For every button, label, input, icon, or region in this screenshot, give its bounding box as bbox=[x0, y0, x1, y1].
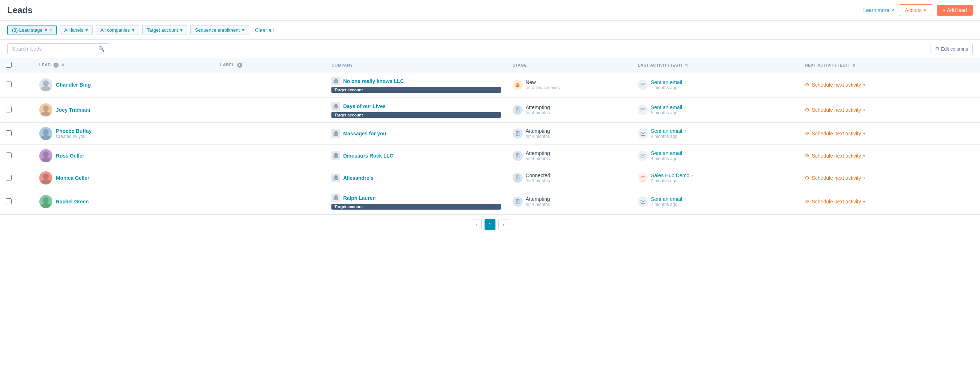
row-checkbox-4[interactable] bbox=[6, 175, 12, 180]
company-name[interactable]: Massages for you bbox=[343, 130, 386, 137]
activity-time: 7 months ago bbox=[651, 85, 686, 90]
schedule-next-activity[interactable]: ⚙ Schedule next activity ▾ bbox=[805, 153, 974, 159]
company-name[interactable]: Days of our Lives bbox=[343, 103, 386, 109]
row-checkbox-0[interactable] bbox=[6, 81, 12, 87]
activity-name[interactable]: Sent an email ↗ bbox=[651, 105, 686, 110]
chevron-down-icon: ▾ bbox=[863, 176, 865, 180]
svg-point-43 bbox=[43, 197, 49, 203]
svg-point-5 bbox=[517, 83, 519, 84]
stage-icon bbox=[512, 173, 523, 183]
lead-sub: Created by you bbox=[56, 134, 92, 139]
stage-duration: for 2 months bbox=[526, 178, 550, 183]
label-cell bbox=[214, 97, 326, 122]
filter-sequence-enrollment[interactable]: Sequence enrollment ▾ bbox=[190, 25, 249, 35]
activity-type-icon bbox=[638, 80, 648, 90]
lead-name[interactable]: Monica Geller bbox=[56, 175, 89, 181]
learn-more-link[interactable]: Learn more ↗ bbox=[863, 7, 894, 13]
company-name[interactable]: Allesandro's bbox=[343, 175, 373, 181]
lead-sort-icon[interactable]: ⇅ bbox=[62, 63, 65, 67]
schedule-next-activity[interactable]: ⚙ Schedule next activity ▾ bbox=[805, 107, 974, 113]
activity-name[interactable]: Sent an email ↗ bbox=[651, 150, 686, 156]
avatar-icon bbox=[39, 195, 52, 208]
last-activity-sort-icon[interactable]: ⇅ bbox=[685, 63, 688, 67]
svg-rect-10 bbox=[334, 105, 338, 108]
external-link-icon: ↗ bbox=[684, 151, 686, 155]
stage-duration: for 4 months bbox=[526, 110, 550, 115]
activity-name[interactable]: Sent an email ↗ bbox=[651, 196, 686, 202]
next-activity-label[interactable]: Schedule next activity bbox=[811, 199, 861, 205]
activity-time: 4 months ago bbox=[651, 156, 686, 161]
svg-point-16 bbox=[43, 129, 49, 135]
search-input[interactable] bbox=[12, 46, 95, 52]
label-info-icon: i bbox=[237, 63, 242, 68]
table-row: Monica Geller Allesandro's Connected bbox=[0, 167, 980, 189]
next-activity-sort-icon[interactable]: ⇅ bbox=[852, 63, 856, 67]
svg-point-25 bbox=[41, 157, 51, 162]
company-name[interactable]: Ralph Lauren bbox=[343, 195, 375, 201]
table-header-row: LEAD i ⇅ LABEL i COMPANY STAGE bbox=[0, 58, 980, 72]
external-link-icon: ↗ bbox=[691, 173, 694, 178]
company-cell: Allesandro's bbox=[326, 167, 506, 189]
filter-lead-stage[interactable]: (3) Lead stage ▾ × bbox=[7, 25, 57, 35]
avatar bbox=[39, 172, 52, 185]
lead-name[interactable]: Ross Geller bbox=[56, 153, 84, 159]
lead-name[interactable]: Phoebe Buffay bbox=[56, 128, 92, 134]
external-link-icon: ↗ bbox=[684, 105, 686, 110]
schedule-next-activity[interactable]: ⚙ Schedule next activity ▾ bbox=[805, 198, 974, 205]
clear-all-button[interactable]: Clear all bbox=[252, 25, 277, 35]
avatar bbox=[39, 149, 52, 162]
activity-name[interactable]: Sales Hub Demo ↗ bbox=[651, 172, 694, 178]
page-1-button[interactable]: 1 bbox=[485, 219, 495, 230]
close-icon[interactable]: × bbox=[49, 28, 52, 33]
schedule-icon: ⚙ bbox=[805, 153, 810, 159]
row-checkbox-5[interactable] bbox=[6, 198, 12, 204]
company-name[interactable]: Dinosaurs Rock LLC bbox=[343, 153, 393, 159]
schedule-next-activity[interactable]: ⚙ Schedule next activity ▾ bbox=[805, 175, 974, 181]
th-label: LABEL i bbox=[214, 58, 326, 72]
actions-button[interactable]: Actions ▾ bbox=[899, 4, 933, 16]
stage-duration: for 4 months bbox=[526, 202, 550, 207]
svg-rect-27 bbox=[335, 153, 337, 155]
add-lead-button[interactable]: + Add lead bbox=[937, 5, 973, 16]
last-activity-cell: Sent an email ↗ 4 months ago bbox=[632, 145, 799, 167]
company-icon bbox=[331, 77, 340, 86]
next-activity-label[interactable]: Schedule next activity bbox=[811, 153, 861, 159]
edit-columns-button[interactable]: ⊞ Edit columns bbox=[931, 44, 973, 54]
lead-name[interactable]: Joey Tribbiani bbox=[56, 107, 90, 113]
prev-page-button[interactable]: ‹ bbox=[471, 219, 482, 230]
activity-name[interactable]: Sent an email ↗ bbox=[651, 128, 686, 134]
next-activity-label[interactable]: Schedule next activity bbox=[811, 130, 861, 137]
next-page-button[interactable]: › bbox=[498, 219, 509, 230]
th-last-activity: LAST ACTIVITY (EST) ⇅ bbox=[632, 58, 799, 72]
activity-name[interactable]: Sent an email ↗ bbox=[651, 80, 686, 85]
table-row: Rachel Green Ralph Lauren Target account… bbox=[0, 189, 980, 214]
svg-point-8 bbox=[43, 105, 49, 111]
filter-all-labels[interactable]: All labels ▾ bbox=[60, 25, 93, 35]
filter-all-companies[interactable]: All companies ▾ bbox=[95, 25, 139, 35]
next-activity-label[interactable]: Schedule next activity bbox=[811, 82, 861, 88]
next-activity-label[interactable]: Schedule next activity bbox=[811, 107, 861, 113]
schedule-next-activity[interactable]: ⚙ Schedule next activity ▾ bbox=[805, 81, 974, 88]
next-activity-label[interactable]: Schedule next activity bbox=[811, 175, 861, 181]
leads-table-container: LEAD i ⇅ LABEL i COMPANY STAGE bbox=[0, 58, 980, 214]
svg-point-6 bbox=[516, 85, 519, 87]
filter-target-account[interactable]: Target account ▾ bbox=[142, 25, 187, 35]
lead-name[interactable]: Rachel Green bbox=[56, 199, 89, 205]
company-icon bbox=[331, 173, 340, 182]
company-name[interactable]: No one really knows LLC bbox=[343, 78, 403, 84]
last-activity-cell: Sent an email ↗ 5 months ago bbox=[632, 97, 799, 122]
select-all-checkbox[interactable] bbox=[6, 62, 12, 68]
lead-name[interactable]: Chandler Bing bbox=[56, 82, 91, 88]
stage-cell: Connected for 2 months bbox=[507, 167, 632, 189]
search-input-wrapper[interactable]: 🔍 bbox=[7, 43, 109, 54]
stage-name: Attempting bbox=[526, 105, 550, 110]
next-activity-cell: ⚙ Schedule next activity ▾ bbox=[799, 122, 980, 145]
schedule-next-activity[interactable]: ⚙ Schedule next activity ▾ bbox=[805, 130, 974, 137]
page-container: Leads Learn more ↗ Actions ▾ + Add lead … bbox=[0, 0, 980, 234]
avatar-icon bbox=[39, 78, 52, 91]
row-checkbox-1[interactable] bbox=[6, 107, 12, 113]
svg-point-9 bbox=[41, 111, 51, 116]
row-checkbox-3[interactable] bbox=[6, 153, 12, 158]
svg-rect-2 bbox=[334, 80, 338, 83]
row-checkbox-2[interactable] bbox=[6, 130, 12, 136]
